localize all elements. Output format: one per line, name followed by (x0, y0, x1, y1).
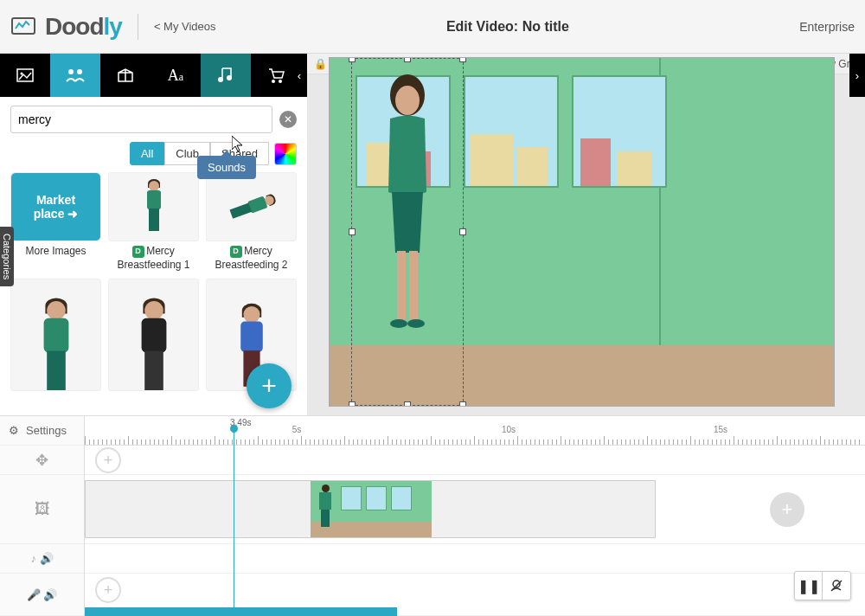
tab-props[interactable] (100, 54, 151, 97)
image-icon: 🖼 (35, 500, 50, 518)
app-logo: Doodly (10, 13, 122, 41)
search-input[interactable] (10, 106, 272, 133)
svg-point-16 (407, 319, 425, 328)
pause-button[interactable]: ❚❚ (795, 572, 823, 600)
svg-point-7 (272, 80, 275, 83)
svg-point-3 (68, 69, 74, 74)
timeline-ruler[interactable]: 3.49s 5s 10s 15s (85, 416, 865, 446)
add-asset-button[interactable]: + (247, 363, 292, 408)
playhead[interactable] (234, 425, 234, 616)
tab-characters[interactable] (50, 54, 100, 97)
marketplace-card[interactable]: Marketplace ➜ More Images (10, 172, 101, 272)
color-filter-button[interactable] (274, 143, 297, 165)
add-voice-button[interactable]: + (95, 577, 121, 603)
svg-point-15 (390, 319, 407, 328)
next-scene-button[interactable]: › (849, 54, 865, 97)
volume-icon[interactable]: 🔊 (40, 552, 54, 565)
progress-bar (85, 607, 397, 616)
canvas-character[interactable] (364, 71, 451, 339)
svg-point-8 (279, 80, 282, 83)
svg-point-6 (227, 75, 232, 80)
categories-toggle[interactable]: Categories (0, 227, 14, 286)
track-scenes[interactable]: + (85, 475, 865, 544)
tab-tooltip: Sounds (197, 156, 256, 179)
lock-icon[interactable]: 🔒 (314, 58, 327, 70)
mic-icon: 🎤 (27, 588, 41, 601)
page-title: Edit Video: No title (216, 19, 800, 35)
move-icon[interactable]: ✥ (35, 451, 48, 470)
svg-point-4 (77, 69, 82, 74)
add-scene-button[interactable]: + (770, 492, 804, 527)
tab-scenes[interactable] (0, 54, 50, 97)
asset-card[interactable] (108, 279, 199, 391)
clear-search-button[interactable]: ✕ (279, 111, 297, 128)
track-transitions[interactable]: + (85, 446, 865, 475)
track-audio[interactable] (85, 544, 865, 574)
svg-rect-14 (409, 251, 418, 320)
back-link[interactable]: < My Videos (154, 20, 216, 33)
filter-all[interactable]: All (130, 142, 164, 165)
canvas[interactable] (329, 57, 835, 407)
svg-point-10 (395, 86, 420, 115)
plan-badge: Enterprise (799, 20, 855, 34)
asset-card[interactable]: Mercy Breastfeeding 2 (206, 172, 297, 272)
add-transition-button[interactable]: + (95, 447, 121, 473)
svg-rect-13 (397, 251, 406, 320)
tab-text[interactable]: Aa (151, 54, 201, 97)
music-icon: ♪ (30, 552, 36, 565)
gear-icon: ⚙ (9, 424, 19, 437)
camera-off-button[interactable] (823, 572, 850, 600)
asset-card[interactable]: Mercy Breastfeeding 1 (108, 172, 199, 272)
scene-clip[interactable] (85, 480, 656, 538)
settings-button[interactable]: ⚙Settings (0, 416, 84, 446)
volume-icon[interactable]: 🔊 (43, 588, 57, 601)
svg-point-5 (218, 77, 223, 82)
tab-sounds[interactable] (201, 54, 251, 97)
prev-scene-button[interactable]: ‹ (292, 54, 307, 97)
asset-card[interactable] (10, 279, 101, 391)
